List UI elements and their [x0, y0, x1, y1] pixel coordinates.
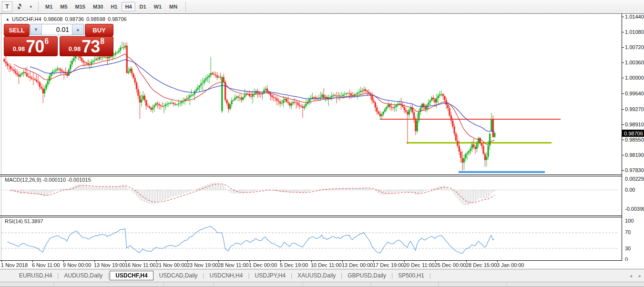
tab-separator: | — [341, 272, 342, 279]
time-axis-label: 16 Nov 11:00 — [125, 262, 156, 268]
timeframe-buttons: M1M5M15M30H1H4D1W1MN — [42, 2, 181, 11]
volume-input[interactable] — [42, 24, 72, 35]
rsi-axis-label: 100 — [625, 218, 634, 224]
price-axis-tick — [622, 32, 624, 32]
time-axis-label: 6 Nov 11:00 — [32, 262, 60, 268]
macd-axis-label: 0.002297 — [625, 176, 644, 182]
ohlc-low: 0.98598 — [86, 16, 105, 22]
volume-stepper: ▼ ▲ — [30, 24, 84, 35]
chart-tab-USDCAD-Daily[interactable]: USDCAD,Daily — [154, 271, 203, 280]
sell-button[interactable]: SELL — [4, 24, 30, 36]
macd-label: MACD(12,26,9) -0.000110 -0.001015 — [5, 177, 91, 183]
price-axis-tick — [622, 47, 624, 48]
time-axis-label: 28 Nov 11:00 — [218, 262, 249, 268]
buy-button[interactable]: BUY — [85, 24, 113, 36]
time-axis-label: 13 Dec 00:00 — [342, 262, 373, 268]
price-axis-label: 1.00720 — [625, 44, 644, 50]
ohlc-high: 0.98736 — [65, 16, 84, 22]
toolbar: T ▾ M1M5M15M30H1H4D1W1MN — [0, 0, 644, 14]
chart-window: ▲ USDCHF,H4 0.98608 0.98736 0.98598 0.98… — [0, 14, 644, 269]
timeframe-button-W1[interactable]: W1 — [151, 2, 165, 11]
chart-tab-USDJPY-H4[interactable]: USDJPY,H4 — [250, 271, 290, 280]
text-tool-button[interactable]: T — [2, 1, 12, 12]
toolbar-separator — [185, 2, 186, 11]
status-bar-separator — [164, 283, 164, 286]
buy-price-prefix: 0.98 — [69, 45, 81, 52]
timeframe-button-M1[interactable]: M1 — [42, 2, 56, 11]
status-bar-separator — [214, 283, 215, 286]
price-axis-tick — [622, 155, 624, 155]
timeframe-button-M30[interactable]: M30 — [90, 2, 106, 11]
price-axis-label: 1.00000 — [625, 75, 644, 81]
price-axis-label: 1.01080 — [625, 29, 644, 35]
buy-price-big: 73 — [82, 39, 100, 54]
volume-decrease-button[interactable]: ▼ — [31, 24, 42, 35]
arrows-tool-button[interactable]: ▾ — [14, 2, 33, 11]
panel-splitter[interactable] — [0, 174, 622, 176]
time-axis-label: 1 Nov 2018 — [1, 262, 28, 268]
triangle-up-icon: ▲ — [76, 27, 80, 32]
tab-separator: | — [429, 272, 431, 279]
current-price-box: 0.98706 — [622, 130, 644, 137]
price-axis-tick — [622, 170, 624, 171]
tab-separator: | — [391, 272, 393, 279]
status-bar-separator — [371, 283, 372, 286]
sell-price-pip: 6 — [44, 37, 49, 46]
ohlc-close: 0.98706 — [108, 16, 127, 22]
chart-window-left-border — [1, 14, 1, 268]
chart-tab-EURUSD-H4[interactable]: EURUSD,H4 — [14, 271, 57, 280]
timeframe-button-H1[interactable]: H1 — [107, 2, 121, 11]
chart-tab-USDCHF-H4[interactable]: USDCHF,H4 — [110, 271, 153, 280]
timeframe-button-MN[interactable]: MN — [166, 2, 181, 11]
timeframe-button-D1[interactable]: D1 — [136, 2, 150, 11]
status-bar-separator — [303, 283, 304, 286]
chart-tab-GBPUSD-Daily[interactable]: GBPUSD,Daily — [343, 271, 391, 280]
mt4-window: T ▾ M1M5M15M30H1H4D1W1MN ▲ USDCHF,H4 0.9… — [0, 0, 644, 287]
sell-button-label: SELL — [9, 27, 24, 34]
sell-price-prefix: 0.98 — [13, 45, 25, 52]
arrows-icon — [16, 3, 23, 10]
timeframe-button-M5[interactable]: M5 — [57, 2, 71, 11]
tab-separator: | — [203, 272, 204, 279]
tab-separator: | — [291, 272, 292, 279]
time-axis-label: 3 Jan 00:00 — [497, 262, 524, 268]
rsi-axis-label: 30 — [625, 246, 631, 251]
timeframe-button-M15[interactable]: M15 — [72, 2, 89, 11]
time-axis-label: 20 Dec 11:00 — [404, 262, 435, 268]
price-axis[interactable]: 0.98706 1.014401.010801.007201.003601.00… — [622, 14, 644, 261]
status-bar — [0, 282, 644, 287]
price-axis-label: 0.98910 — [625, 122, 644, 127]
timeframe-button-H4[interactable]: H4 — [122, 2, 135, 11]
price-axis-label: 0.98190 — [625, 152, 644, 158]
text-tool-icon: T — [5, 3, 9, 10]
time-axis-label: 28 Dec 15:00 — [466, 262, 497, 268]
price-axis-label: 0.98550 — [625, 137, 644, 143]
chart-tab-AUDUSD-Daily[interactable]: AUDUSD,Daily — [59, 271, 107, 280]
volume-increase-button[interactable]: ▲ — [72, 24, 83, 35]
price-axis-label: 0.99270 — [625, 106, 644, 112]
tab-scroll-left-icon[interactable]: ◂ — [630, 273, 632, 278]
panel-splitter[interactable] — [0, 215, 622, 217]
time-axis-label: 1 Dec 00:00 — [249, 262, 277, 268]
chart-tab-USDCNH-H4[interactable]: USDCNH,H4 — [204, 271, 247, 280]
chart-tab-SP500-H1[interactable]: SP500,H1 — [393, 271, 429, 280]
rsi-axis-label: 70 — [625, 229, 631, 235]
price-axis-label: 1.00360 — [625, 60, 644, 65]
current-price-value: 0.98706 — [624, 131, 643, 136]
time-axis-label: 9 Nov 00:00 — [63, 262, 91, 268]
sell-price-panel[interactable]: 0.98 70 6 — [4, 36, 58, 56]
buy-price-panel[interactable]: 0.98 73 8 — [60, 36, 113, 56]
status-bar-separator — [54, 283, 55, 286]
toolbar-separator — [38, 2, 39, 11]
macd-axis-label: -0.003904 — [625, 206, 644, 212]
tab-separator: | — [108, 272, 109, 279]
buy-price-pip: 8 — [100, 37, 104, 46]
triangle-down-icon: ▼ — [34, 27, 38, 32]
price-axis-tick — [622, 93, 624, 94]
tab-separator: | — [248, 272, 249, 279]
time-axis-label: 5 Dec 19:00 — [280, 262, 308, 268]
time-axis[interactable]: 1 Nov 20186 Nov 11:009 Nov 00:0013 Nov 1… — [0, 261, 644, 269]
collapse-icon[interactable]: ▲ — [6, 17, 10, 21]
tab-scroll-right-icon[interactable]: ▸ — [639, 273, 641, 278]
chart-tab-XAUUSD-Daily[interactable]: XAUUSD,Daily — [293, 271, 340, 280]
